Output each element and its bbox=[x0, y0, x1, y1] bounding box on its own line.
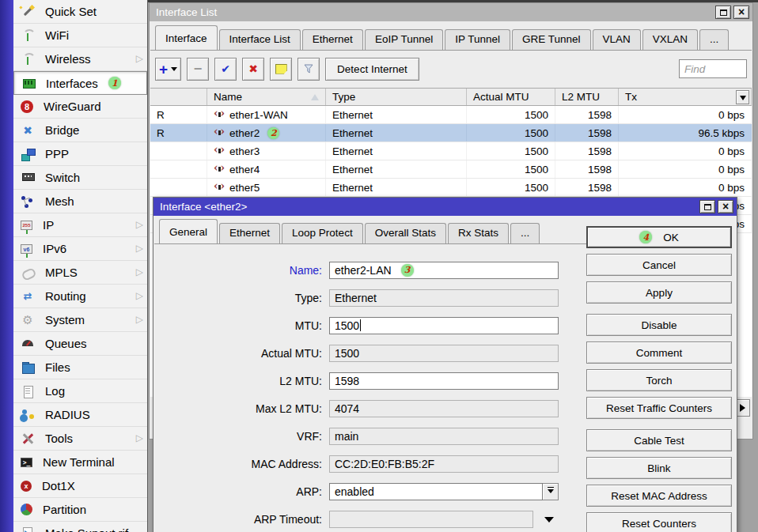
note-icon bbox=[275, 64, 287, 74]
sidebar-item-partition[interactable]: Partition bbox=[13, 498, 147, 522]
column-select-button[interactable] bbox=[736, 90, 749, 104]
find-input[interactable] bbox=[679, 59, 747, 78]
disable-button[interactable]: ✖ bbox=[242, 58, 264, 81]
partition-icon bbox=[21, 504, 32, 515]
torch-button[interactable]: Torch bbox=[586, 369, 732, 391]
column-header-l2-mtu[interactable]: L2 MTU bbox=[555, 89, 619, 105]
tab-gre-tunnel[interactable]: GRE Tunnel bbox=[512, 29, 591, 50]
dialog-maximize-button[interactable] bbox=[699, 200, 715, 213]
sidebar-menu: Quick SetWiFiWireless▷Interfaces18WireGu… bbox=[13, 0, 147, 532]
interface-name: ether3 bbox=[229, 145, 260, 157]
sidebar-item-switch[interactable]: Switch bbox=[13, 166, 147, 190]
sidebar-item-label: Dot1X bbox=[42, 479, 75, 492]
interface-name: ether5 bbox=[229, 182, 260, 194]
column-header-actual-mtu[interactable]: Actual MTU bbox=[467, 89, 555, 105]
close-button[interactable] bbox=[733, 6, 749, 19]
column-header-flags[interactable] bbox=[150, 89, 207, 105]
sidebar-item-queues[interactable]: Queues bbox=[13, 332, 147, 356]
sidebar-item-label: Log bbox=[45, 384, 65, 398]
sidebar-item-bridge[interactable]: ✖Bridge bbox=[13, 119, 147, 142]
add-dropdown-icon bbox=[171, 67, 177, 74]
sidebar-item-interfaces[interactable]: Interfaces1 bbox=[13, 71, 147, 95]
blink-button[interactable]: Blink bbox=[586, 457, 732, 479]
tab-[interactable]: ... bbox=[699, 29, 729, 50]
sidebar-item-routing[interactable]: ⇄Routing▷ bbox=[13, 285, 147, 308]
dropdown-arrow-icon[interactable] bbox=[544, 517, 554, 527]
column-header-name[interactable]: Name bbox=[207, 89, 326, 105]
sidebar-item-mesh[interactable]: Mesh bbox=[13, 190, 147, 213]
ok-button[interactable]: 4OK bbox=[586, 226, 732, 248]
field-label: MTU: bbox=[153, 319, 329, 332]
table-row-ether5[interactable]: ether5Ethernet150015980 bps bbox=[150, 179, 752, 197]
type-field: Ethernet bbox=[329, 289, 559, 307]
sidebar-item-wireless[interactable]: Wireless▷ bbox=[13, 47, 147, 71]
maximize-button[interactable] bbox=[715, 6, 731, 19]
sidebar-item-wifi[interactable]: WiFi bbox=[13, 24, 147, 47]
sidebar-item-quick-set[interactable]: Quick Set bbox=[13, 0, 147, 24]
dialog-tab-ethernet[interactable]: Ethernet bbox=[219, 223, 280, 243]
sidebar-item-log[interactable]: Log bbox=[13, 379, 147, 403]
dialog-tab-general[interactable]: General bbox=[159, 219, 218, 243]
table-row-ether4[interactable]: ether4Ethernet150015980 bps bbox=[150, 160, 752, 179]
remove-button[interactable]: − bbox=[187, 58, 209, 81]
sidebar-item-system[interactable]: ⚙System▷ bbox=[13, 308, 147, 332]
tab-vlan[interactable]: VLAN bbox=[593, 29, 641, 50]
detect-internet-button[interactable]: Detect Internet bbox=[325, 58, 419, 81]
queues-icon bbox=[21, 338, 35, 350]
sidebar-item-ip[interactable]: 255IP▷ bbox=[13, 213, 147, 237]
sidebar-item-ppp[interactable]: PPP bbox=[13, 142, 147, 166]
tab-eoip-tunnel[interactable]: EoIP Tunnel bbox=[365, 29, 443, 50]
name-field[interactable]: ether2-LAN3 bbox=[329, 262, 559, 279]
chevron-down-icon bbox=[740, 96, 746, 104]
mtu-field[interactable]: 1500 bbox=[329, 317, 559, 334]
check-icon: ✔ bbox=[221, 63, 230, 74]
comment-button[interactable]: Comment bbox=[586, 341, 732, 364]
tab-ip-tunnel[interactable]: IP Tunnel bbox=[445, 29, 510, 50]
dialog-titlebar[interactable]: Interface <ether2> bbox=[153, 198, 737, 216]
apply-button[interactable]: Apply bbox=[586, 281, 732, 304]
arp-field[interactable]: enabled bbox=[329, 483, 543, 500]
cable-test-button[interactable]: Cable Test bbox=[586, 429, 732, 451]
tab-interface[interactable]: Interface bbox=[155, 25, 218, 50]
step-badge-1: 1 bbox=[108, 77, 121, 89]
enable-button[interactable]: ✔ bbox=[214, 58, 237, 81]
table-row-ether3[interactable]: ether3Ethernet150015980 bps bbox=[150, 142, 752, 160]
tab-vxlan[interactable]: VXLAN bbox=[642, 29, 698, 50]
dialog-tab-[interactable]: ... bbox=[510, 223, 540, 243]
column-header-label: Tx bbox=[625, 91, 637, 103]
column-header-type[interactable]: Type bbox=[326, 89, 467, 105]
sidebar-item-radius[interactable]: RADIUS bbox=[13, 403, 147, 427]
submenu-arrow-icon: ▷ bbox=[136, 220, 143, 229]
comment-button[interactable] bbox=[270, 58, 292, 81]
reset-traffic-counters-button[interactable]: Reset Traffic Counters bbox=[586, 397, 732, 419]
dialog-tab-overall-stats[interactable]: Overall Stats bbox=[365, 223, 446, 243]
reset-counters-button[interactable]: Reset Counters bbox=[586, 512, 732, 532]
tab-ethernet[interactable]: Ethernet bbox=[302, 29, 363, 50]
submenu-arrow-icon: ▷ bbox=[136, 54, 143, 63]
disable-button[interactable]: Disable bbox=[586, 314, 732, 336]
sidebar-item-make-supout-rif[interactable]: Make Supout.rif bbox=[13, 522, 147, 532]
sidebar-item-mpls[interactable]: MPLS▷ bbox=[13, 261, 147, 285]
table-row-ether2[interactable]: Rether22Ethernet1500159896.5 kbps bbox=[150, 124, 752, 142]
dialog-tab-rx-stats[interactable]: Rx Stats bbox=[448, 223, 509, 243]
sidebar-item-tools[interactable]: Tools▷ bbox=[13, 427, 147, 451]
reset-mac-address-button[interactable]: Reset MAC Address bbox=[586, 485, 732, 507]
interface-list-titlebar[interactable]: Interface List bbox=[150, 3, 752, 21]
ipv6-icon: v6 bbox=[21, 244, 32, 254]
form-row-vrf: VRF:main bbox=[153, 422, 586, 450]
dialog-tab-loop-protect[interactable]: Loop Protect bbox=[282, 223, 363, 243]
l2-mtu-field[interactable]: 1598 bbox=[329, 372, 559, 390]
add-button[interactable]: + bbox=[155, 58, 181, 81]
sidebar-item-new-terminal[interactable]: >_New Terminal bbox=[13, 451, 147, 474]
combo-dropdown-button[interactable] bbox=[543, 483, 559, 500]
sidebar-item-files[interactable]: Files bbox=[13, 356, 147, 379]
filter-button[interactable] bbox=[298, 58, 320, 81]
dialog-close-button[interactable] bbox=[718, 200, 733, 213]
column-header-tx[interactable]: Tx bbox=[619, 89, 752, 105]
sidebar-item-ipv6[interactable]: v6IPv6▷ bbox=[13, 237, 147, 261]
sidebar-item-dot1x[interactable]: xDot1X bbox=[13, 474, 147, 498]
tab-interface-list[interactable]: Interface List bbox=[219, 29, 301, 50]
sidebar-item-wireguard[interactable]: 8WireGuard bbox=[13, 95, 147, 119]
cancel-button[interactable]: Cancel bbox=[586, 254, 732, 276]
table-row-ether1-wan[interactable]: Rether1-WANEthernet150015980 bps bbox=[150, 106, 752, 124]
